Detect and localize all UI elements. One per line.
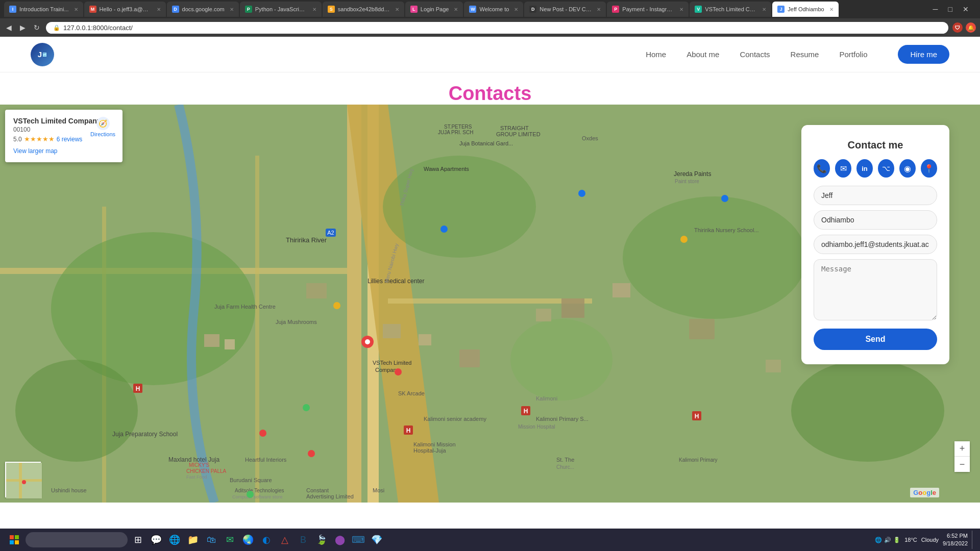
tab-close-4[interactable]: ✕ xyxy=(393,7,399,12)
svg-rect-105 xyxy=(15,540,19,544)
taskbar-ruby-icon[interactable]: 💎 xyxy=(369,532,385,548)
taskbar-delta-icon[interactable]: △ xyxy=(277,532,293,548)
taskbar-browser-icon[interactable]: 🌐 xyxy=(166,532,183,548)
taskbar-bing-icon[interactable]: B xyxy=(295,532,311,548)
svg-text:Computer software store: Computer software store xyxy=(232,494,283,499)
taskbar-mail-icon[interactable]: ✉ xyxy=(222,532,238,548)
tab-close-7[interactable]: ✕ xyxy=(595,7,601,12)
first-name-input[interactable] xyxy=(814,186,937,205)
contact-form-panel: Contact me 📞 ✉ in ⌥ ◉ 📍 Send xyxy=(801,125,949,364)
show-desktop-button[interactable] xyxy=(972,531,975,549)
svg-text:ST.PETERS: ST.PETERS xyxy=(444,124,472,130)
svg-text:Constant: Constant xyxy=(306,487,329,493)
tab-close-6[interactable]: ✕ xyxy=(512,7,518,12)
back-button[interactable]: ◀ xyxy=(4,22,14,33)
browser-tab-2[interactable]: D docs.google.com ✕ xyxy=(167,2,239,17)
taskbar-chat-icon[interactable]: 💬 xyxy=(148,532,164,548)
taskbar-system-tray: 🌐 🔊 🔋 18°C Cloudy 6:52 PM 9/18/2022 xyxy=(875,531,975,549)
email-input[interactable] xyxy=(814,235,937,254)
window-controls: ─ □ ✕ xyxy=(930,4,976,14)
svg-text:Kalimoni Primary: Kalimoni Primary xyxy=(679,457,718,463)
nav-resume[interactable]: Resume xyxy=(791,50,819,59)
taskbar-store-icon[interactable]: 🛍 xyxy=(203,532,219,548)
svg-text:St. The: St. The xyxy=(556,457,574,463)
email-icon-button[interactable]: ✉ xyxy=(835,159,851,178)
minimize-button[interactable]: ─ xyxy=(930,4,941,14)
tab-close-10[interactable]: ✕ xyxy=(827,7,834,12)
taskbar-circle-icon[interactable]: ⬤ xyxy=(332,532,348,548)
browser-tab-10[interactable]: J Jeff Odhiambo ✕ xyxy=(772,2,838,17)
reload-button[interactable]: ↻ xyxy=(32,22,42,33)
shield-ext-icon[interactable]: 🛡 xyxy=(952,22,963,33)
svg-text:Kalimoni: Kalimoni xyxy=(536,395,557,402)
svg-text:Fast Food: Fast Food xyxy=(186,474,207,480)
tab-close-0[interactable]: ✕ xyxy=(72,7,78,12)
taskbar-multitasking-icon[interactable]: ⊞ xyxy=(130,532,146,548)
send-button[interactable]: Send xyxy=(814,329,937,350)
clock: 6:52 PM 9/18/2022 xyxy=(943,532,968,548)
tab-close-8[interactable]: ✕ xyxy=(677,7,683,12)
navbar: J🖥 Home About me Contacts Resume Portfol… xyxy=(0,37,980,72)
taskbar-search-input[interactable] xyxy=(26,532,128,547)
svg-rect-23 xyxy=(689,319,715,339)
alert-ext-icon[interactable]: 🔔 xyxy=(966,22,976,33)
last-name-input[interactable] xyxy=(814,210,937,230)
web-icon-button[interactable]: ◉ xyxy=(899,159,916,178)
tab-close-9[interactable]: ✕ xyxy=(760,7,766,12)
date-display: 9/18/2022 xyxy=(943,540,968,547)
taskbar-leaf-icon[interactable]: 🍃 xyxy=(313,532,330,548)
nav-home[interactable]: Home xyxy=(646,50,666,59)
network-icon: 🌐 xyxy=(875,537,882,543)
svg-rect-104 xyxy=(10,540,14,544)
svg-text:STRAIGHT: STRAIGHT xyxy=(500,125,529,131)
nav-about[interactable]: About me xyxy=(687,50,719,59)
nav-portfolio[interactable]: Portfolio xyxy=(839,50,867,59)
taskbar-code-icon[interactable]: ⌨ xyxy=(350,532,366,548)
browser-tab-7[interactable]: D New Post - DEV Com... ✕ xyxy=(524,2,606,17)
linkedin-icon-button[interactable]: in xyxy=(856,159,873,178)
browser-tab-5[interactable]: L Login Page ✕ xyxy=(405,2,463,17)
contact-form-title: Contact me xyxy=(814,139,937,151)
address-text[interactable]: 127.0.0.1:8000/contact/ xyxy=(63,24,941,32)
taskbar-folder-icon[interactable]: 📁 xyxy=(185,532,201,548)
browser-tab-9[interactable]: V VSTech Limited Com... ✕ xyxy=(690,2,771,17)
tab-close-5[interactable]: ✕ xyxy=(452,7,458,12)
taskbar-edge-icon[interactable]: ◐ xyxy=(258,532,275,548)
browser-tab-1[interactable]: M Hello - o.jeff3.a@gm... ✕ xyxy=(84,2,166,17)
browser-tab-0[interactable]: I Introduction Traini... ✕ xyxy=(4,2,83,17)
svg-text:GROUP LIMITED: GROUP LIMITED xyxy=(496,131,541,137)
github-icon-button[interactable]: ⌥ xyxy=(878,159,894,178)
message-textarea[interactable] xyxy=(814,259,937,320)
logo-icon: J🖥 xyxy=(31,43,54,66)
close-button[interactable]: ✕ xyxy=(960,4,972,14)
location-icon-button[interactable]: 📍 xyxy=(921,159,937,178)
tab-close-2[interactable]: ✕ xyxy=(228,7,234,12)
svg-rect-21 xyxy=(561,298,584,318)
tab-close-3[interactable]: ✕ xyxy=(310,7,316,12)
taskbar-globe-icon[interactable]: 🌏 xyxy=(240,532,256,548)
zoom-out-button[interactable]: − xyxy=(954,457,970,472)
browser-tab-8[interactable]: P Payment - Instagra... ✕ xyxy=(607,2,689,17)
hire-me-button[interactable]: Hire me xyxy=(898,45,949,64)
nav-contacts[interactable]: Contacts xyxy=(740,50,770,59)
maximize-button[interactable]: □ xyxy=(945,4,955,14)
view-larger-map-link[interactable]: View larger map xyxy=(13,147,57,155)
map-mini-thumbnail xyxy=(5,462,41,497)
svg-point-101 xyxy=(22,480,26,484)
address-bar[interactable]: 🔒 127.0.0.1:8000/contact/ xyxy=(46,22,948,34)
browser-tabs: I Introduction Traini... ✕ M Hello - o.j… xyxy=(0,0,980,18)
phone-icon-button[interactable]: 📞 xyxy=(814,159,830,178)
forward-button[interactable]: ▶ xyxy=(18,22,28,33)
weather-condition: Cloudy xyxy=(921,537,939,543)
directions-button[interactable]: 🧭 Directions xyxy=(90,117,115,137)
zoom-in-button[interactable]: + xyxy=(954,441,970,457)
reviews-link[interactable]: 6 reviews xyxy=(57,136,83,143)
start-button[interactable] xyxy=(5,531,23,549)
lock-icon: 🔒 xyxy=(53,24,60,31)
browser-tab-3[interactable]: P Python - JavaScript ... ✕ xyxy=(240,2,322,17)
browser-tab-6[interactable]: W Welcome to ✕ xyxy=(464,2,523,17)
tab-close-1[interactable]: ✕ xyxy=(155,7,161,12)
browser-tab-4[interactable]: S sandbox2e42b8dd1... ✕ xyxy=(323,2,404,17)
svg-point-12 xyxy=(623,196,806,319)
site-logo[interactable]: J🖥 xyxy=(31,43,54,66)
